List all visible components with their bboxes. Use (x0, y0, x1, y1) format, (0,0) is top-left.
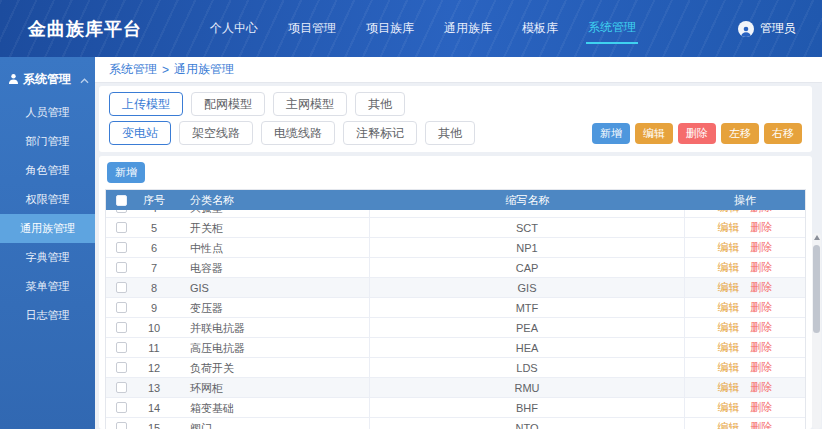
nav-item[interactable]: 系统管理 (586, 13, 638, 44)
row-index: 4 (136, 210, 172, 214)
top-navbar: 金曲族库平台 个人中心项目管理项目族库通用族库模板库系统管理 管理员 (0, 0, 822, 57)
row-edit-link[interactable]: 编辑 (717, 241, 739, 253)
row-delete-link[interactable]: 删除 (751, 301, 773, 313)
type-tab[interactable]: 其他 (425, 121, 475, 145)
row-delete-link[interactable]: 删除 (751, 421, 773, 429)
user-menu[interactable]: 管理员 (738, 20, 796, 37)
category-tab[interactable]: 主网模型 (273, 92, 347, 116)
table-row: 14 箱变基础 BHF 编辑 删除 (106, 398, 805, 418)
row-checkbox[interactable] (116, 342, 127, 353)
row-code: SCT (370, 218, 685, 237)
row-name: 高压电抗器 (172, 338, 370, 357)
category-tabs: 上传模型配网模型主网模型其他 (109, 92, 802, 116)
nav-item[interactable]: 通用族库 (442, 14, 494, 43)
move-left-button[interactable]: 左移 (721, 123, 759, 144)
sidebar-item[interactable]: 日志管理 (0, 301, 95, 330)
nav-item[interactable]: 模板库 (520, 14, 560, 43)
sidebar-item[interactable]: 部门管理 (0, 127, 95, 156)
row-checkbox[interactable] (116, 322, 127, 333)
column-header-index: 序号 (136, 193, 172, 208)
row-edit-link[interactable]: 编辑 (717, 221, 739, 233)
sidebar-item[interactable]: 权限管理 (0, 185, 95, 214)
row-delete-link[interactable]: 删除 (751, 401, 773, 413)
row-checkbox[interactable] (116, 362, 127, 373)
row-checkbox[interactable] (116, 210, 127, 213)
row-checkbox[interactable] (116, 242, 127, 253)
row-ops: 编辑 删除 (685, 260, 805, 275)
scrollbar-thumb[interactable] (813, 245, 820, 333)
row-delete-link[interactable]: 删除 (751, 221, 773, 233)
sidebar-group-header[interactable]: 系统管理 (0, 65, 95, 98)
add-row-button[interactable]: 新增 (107, 162, 145, 183)
nav-item[interactable]: 个人中心 (208, 14, 260, 43)
row-checkbox[interactable] (116, 422, 127, 429)
row-delete-link[interactable]: 删除 (751, 241, 773, 253)
row-code: BHF (370, 398, 685, 417)
row-delete-link[interactable]: 删除 (751, 281, 773, 293)
row-checkbox[interactable] (116, 282, 127, 293)
row-ops: 编辑 删除 (685, 340, 805, 355)
type-tab[interactable]: 架空线路 (179, 121, 253, 145)
row-edit-link[interactable]: 编辑 (717, 361, 739, 373)
row-edit-link[interactable]: 编辑 (717, 281, 739, 293)
row-delete-link[interactable]: 删除 (751, 361, 773, 373)
row-edit-link[interactable]: 编辑 (717, 210, 739, 213)
table-scrollbar[interactable] (812, 233, 821, 429)
table-body: 4 灭弧室 编辑 删除 5 开关柜 SCT 编辑 删除 6 中性点 NP1 编辑… (106, 210, 805, 429)
row-delete-link[interactable]: 删除 (751, 321, 773, 333)
sidebar-item[interactable]: 字典管理 (0, 243, 95, 272)
toolbar: 新增 编辑 删除 左移 右移 (592, 123, 802, 144)
row-name: 变压器 (172, 298, 370, 317)
type-tab[interactable]: 变电站 (109, 121, 171, 145)
scroll-up-arrow-icon[interactable] (814, 235, 820, 240)
category-tab[interactable]: 其他 (355, 92, 405, 116)
row-checkbox[interactable] (116, 402, 127, 413)
sidebar-item[interactable]: 人员管理 (0, 98, 95, 127)
sidebar-group-label: 系统管理 (23, 71, 71, 88)
row-edit-link[interactable]: 编辑 (717, 261, 739, 273)
sidebar-item[interactable]: 角色管理 (0, 156, 95, 185)
row-edit-link[interactable]: 编辑 (717, 301, 739, 313)
type-tab[interactable]: 电缆线路 (261, 121, 335, 145)
row-edit-link[interactable]: 编辑 (717, 401, 739, 413)
app-window: 金曲族库平台 个人中心项目管理项目族库通用族库模板库系统管理 管理员 系统管理 … (0, 0, 822, 429)
row-index: 9 (136, 302, 172, 314)
row-edit-link[interactable]: 编辑 (717, 321, 739, 333)
type-tabs: 变电站架空线路电缆线路注释标记其他 (109, 121, 475, 145)
table-row: 7 电容器 CAP 编辑 删除 (106, 258, 805, 278)
row-ops: 编辑 删除 (685, 420, 805, 429)
row-checkbox[interactable] (116, 222, 127, 233)
row-delete-link[interactable]: 删除 (751, 341, 773, 353)
row-code: LDS (370, 358, 685, 377)
row-checkbox[interactable] (116, 302, 127, 313)
row-edit-link[interactable]: 编辑 (717, 421, 739, 429)
row-delete-link[interactable]: 删除 (751, 381, 773, 393)
row-ops: 编辑 删除 (685, 380, 805, 395)
user-name: 管理员 (760, 20, 796, 37)
add-button[interactable]: 新增 (592, 123, 630, 144)
nav-item[interactable]: 项目族库 (364, 14, 416, 43)
delete-button[interactable]: 删除 (678, 123, 716, 144)
row-delete-link[interactable]: 删除 (751, 261, 773, 273)
row-edit-link[interactable]: 编辑 (717, 341, 739, 353)
row-checkbox[interactable] (116, 382, 127, 393)
move-right-button[interactable]: 右移 (764, 123, 802, 144)
sidebar-item[interactable]: 菜单管理 (0, 272, 95, 301)
row-edit-link[interactable]: 编辑 (717, 381, 739, 393)
type-tab[interactable]: 注释标记 (343, 121, 417, 145)
row-delete-link[interactable]: 删除 (751, 210, 773, 213)
edit-button[interactable]: 编辑 (635, 123, 673, 144)
select-all-checkbox[interactable] (116, 195, 127, 206)
row-name: 负荷开关 (172, 358, 370, 377)
row-name: 灭弧室 (172, 210, 370, 217)
breadcrumb-section[interactable]: 系统管理 (109, 61, 157, 78)
column-header-name: 分类名称 (172, 193, 370, 208)
row-checkbox[interactable] (116, 262, 127, 273)
category-tab[interactable]: 上传模型 (109, 92, 183, 116)
nav-item[interactable]: 项目管理 (286, 14, 338, 43)
sidebar-item[interactable]: 通用族管理 (0, 214, 95, 243)
category-tab[interactable]: 配网模型 (191, 92, 265, 116)
row-name: 环网柜 (172, 378, 370, 397)
data-table: 序号 分类名称 缩写名称 操作 4 灭弧室 编辑 删除 5 开关柜 SCT (105, 189, 806, 429)
row-code: GIS (370, 278, 685, 297)
